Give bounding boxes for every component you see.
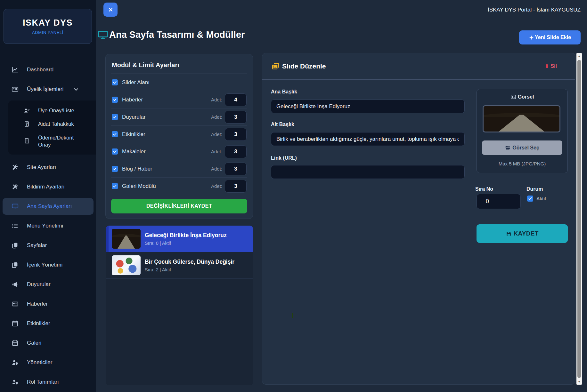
haberler-checkbox[interactable] [112,97,118,103]
close-icon [108,7,114,13]
save-slide-button[interactable]: KAYDET [477,224,568,243]
add-slide-button[interactable]: Yeni Slide Ekle [519,30,581,44]
slider-alani-checkbox[interactable] [112,79,118,85]
duyurular-checkbox[interactable] [112,114,118,120]
slide-editor-panel: Slide Düzenle Sil Ana Başlık Alt Başlık … [262,53,575,385]
save-modules-button[interactable]: DEĞİŞİKLİKLERİ KAYDET [111,199,247,213]
module-row-makaleler: Makaleler Adet: [111,143,247,160]
tools-icon [12,183,19,190]
link-url-input[interactable] [271,165,465,179]
slide-info: Geleceği Birlikte İnşa Ediyoruz Sıra: 0 … [145,232,227,246]
user-shield-icon [12,379,19,386]
adet-label: Adet: [211,114,222,120]
sidebar-item-ana-sayfa-ayarlari[interactable]: Ana Sayfa Ayarları [3,198,94,215]
slide-info: Bir Çocuk Gülerse, Dünya Değişir Sıra: 2… [145,259,234,272]
sidebar-item-haberler[interactable]: Haberler [3,296,94,312]
calendar-icon [12,320,19,327]
slide-title: Bir Çocuk Gülerse, Dünya Değişir [145,259,234,265]
slide-thumbnail-children [112,255,141,275]
svg-text:$: $ [26,124,28,126]
module-label: Makaleler [122,148,211,155]
id-card-icon [12,86,19,93]
sidebar-item-label: Galeri [27,340,89,347]
sidebar-item-duyurular[interactable]: Duyurular [3,276,94,293]
module-label: Galeri Modülü [122,183,211,189]
sidebar-item-rol-tanimlari[interactable]: Rol Tanımları [3,374,94,390]
pages-icon [12,261,19,268]
sidebar-item-dashboard[interactable]: Dashboard [3,61,94,78]
sidebar-item-label: Site Ayarları [27,164,89,171]
module-row-slider-alani: Slider Alanı [111,74,247,91]
module-row-galeri-modulu: Galeri Modülü Adet: [111,178,247,195]
image-card-title-text: Görsel [518,94,534,100]
sidebar-item-aidat-tahakkuk[interactable]: $ Aidat Tahakkuk [8,117,96,131]
sidebar-item-icerik-yonetimi[interactable]: İçerik Yönetimi [3,257,94,273]
sidebar-item-uye-onay-liste[interactable]: Üye Onay/Liste [8,104,96,117]
slide-list-item[interactable]: Bir Çocuk Gülerse, Dünya Değişir Sıra: 2… [106,252,253,279]
select-image-label: Görsel Seç [512,145,539,151]
etkinlikler-checkbox[interactable] [112,131,118,137]
vertical-scrollbar[interactable]: ▲ ▼ [576,53,582,385]
main-title-input[interactable] [271,100,465,113]
scrollbar-thumb[interactable] [577,60,581,378]
calendar-icon [12,340,19,347]
module-label: Duyurular [122,114,211,120]
sidebar-item-yoneticiler[interactable]: Yöneticiler [3,354,94,371]
status-active-checkbox[interactable] [527,196,533,202]
blog-haber-checkbox[interactable] [112,166,118,172]
sidebar-item-site-ayarlari[interactable]: Site Ayarları [3,159,94,176]
sub-title-input[interactable] [271,132,465,146]
sidebar-item-etkinlikler[interactable]: Etkinlikler [3,315,94,332]
cursor-artifact [292,313,293,318]
sidebar-item-menu-yonetimi[interactable]: Menü Yönetimi [3,218,94,234]
sidebar-item-odeme-dekont-onay[interactable]: Ödeme/Dekont Onay [8,131,96,152]
galeri-modulu-count-input[interactable] [225,180,247,193]
image-icon [510,94,516,100]
haberler-count-input[interactable] [225,93,247,106]
sidebar-item-label: Bildirim Ayarları [27,183,89,190]
check-icon [113,98,117,102]
sidebar-item-uyelik-islemleri[interactable]: Üyelik İşlemleri [3,81,94,98]
galeri-modulu-checkbox[interactable] [112,183,118,189]
modules-panel-title: Modül & Limit Ayarları [111,60,247,74]
logo-subtitle: ADMIN PANELİ [32,30,63,35]
scrollbar-down-arrow[interactable]: ▼ [576,380,582,384]
sidebar-item-label: Sayfalar [27,242,89,249]
duyurular-count-input[interactable] [225,111,247,124]
sidebar-item-bildirim-ayarlari[interactable]: Bildirim Ayarları [3,179,94,195]
sidebar-submenu: Üye Onay/Liste $ Aidat Tahakkuk Ödeme/De… [8,100,96,155]
etkinlikler-count-input[interactable] [225,128,247,141]
slide-list-item[interactable]: Geleceği Birlikte İnşa Ediyoruz Sıra: 0 … [106,226,253,252]
sidebar-item-sayfalar[interactable]: Sayfalar [3,237,94,254]
folder-open-icon [505,145,510,150]
blog-haber-count-input[interactable] [225,163,247,175]
module-row-blog-haber: Blog / Haber Adet: [111,160,247,178]
slide-editor-header: Slide Düzenle Sil [262,53,575,80]
sidebar-item-label: Yöneticiler [27,359,89,366]
makaleler-checkbox[interactable] [112,148,118,155]
submenu-item-label: Üye Onay/Liste [38,107,74,114]
order-number-label: Sıra No [475,186,493,192]
order-number-input[interactable] [477,194,521,209]
save-slide-label: KAYDET [513,230,538,237]
sidebar-close-button[interactable] [103,3,118,17]
module-label: Etkinlikler [122,131,211,138]
module-row-etkinlikler: Etkinlikler Adet: [111,126,247,143]
image-size-hint: Max 5 MB (JPG/PNG) [477,161,567,166]
select-image-button[interactable]: Görsel Seç [482,140,562,155]
modules-panel: Modül & Limit Ayarları Slider Alanı Habe… [105,54,253,219]
chart-line-icon [12,66,19,73]
makaleler-count-input[interactable] [225,145,247,158]
sidebar-item-label: İçerik Yönetimi [27,261,89,268]
delete-slide-button[interactable]: Sil [542,63,559,69]
slide-title: Geleceği Birlikte İnşa Ediyoruz [145,232,227,239]
check-icon [113,132,117,136]
link-url-label: Link (URL) [271,155,297,161]
adet-label: Adet: [211,183,222,189]
status-active-label: Aktif [536,196,546,202]
scrollbar-up-arrow[interactable]: ▲ [576,54,582,58]
page-title: Ana Sayfa Tasarımı & Modüller [98,29,245,40]
sidebar-item-galeri[interactable]: Galeri [3,335,94,351]
sidebar-item-label: Menü Yönetimi [27,222,89,229]
bullhorn-icon [12,281,19,288]
